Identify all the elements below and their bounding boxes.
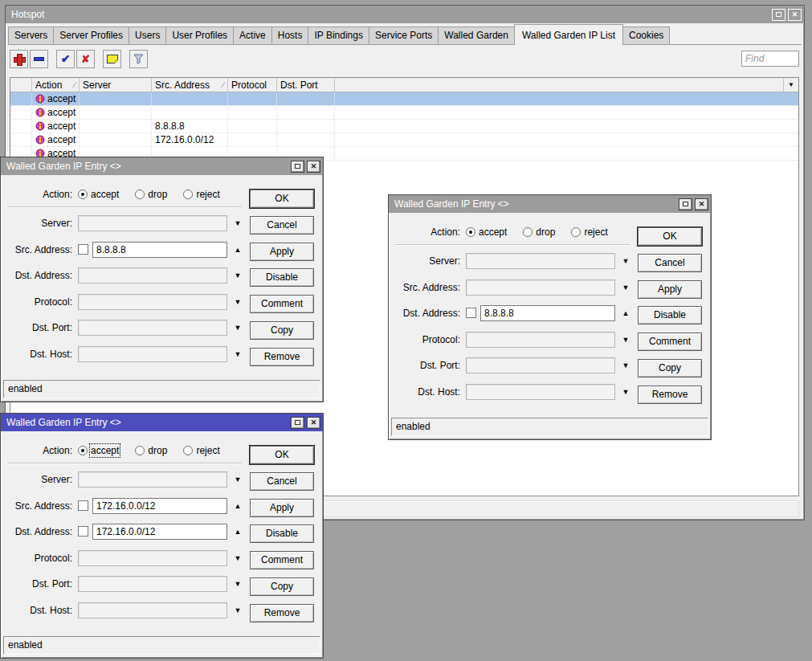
- ok-button[interactable]: OK: [250, 446, 314, 464]
- protocol-field[interactable]: [78, 294, 227, 310]
- tab-servers[interactable]: Servers: [8, 27, 54, 44]
- filter-button[interactable]: [129, 50, 148, 68]
- maximize-button[interactable]: [679, 198, 692, 210]
- server-dropdown-arrow-button[interactable]: ▼: [231, 471, 244, 488]
- dst-port-field[interactable]: [78, 576, 227, 592]
- protocol-field[interactable]: [466, 332, 615, 348]
- column-header-protocol[interactable]: Protocol: [228, 78, 277, 92]
- dialog-titlebar[interactable]: Walled Garden IP Entry <>✕: [1, 414, 323, 431]
- add-button[interactable]: [10, 50, 28, 68]
- dst-address-field[interactable]: [78, 267, 227, 284]
- dst-port-field[interactable]: [466, 357, 615, 373]
- protocol-dropdown-arrow-button[interactable]: ▼: [231, 294, 244, 310]
- column-header-action[interactable]: Action∕: [32, 78, 80, 92]
- close-button[interactable]: ✕: [788, 9, 802, 21]
- src-address-checkbox[interactable]: [78, 244, 88, 255]
- protocol-dropdown-arrow-button[interactable]: ▼: [619, 332, 632, 348]
- table-row[interactable]: accept: [10, 92, 798, 106]
- copy-button[interactable]: Copy: [250, 577, 314, 596]
- tab-ip-bindings[interactable]: IP Bindings: [308, 27, 369, 44]
- cancel-button[interactable]: Cancel: [250, 472, 314, 491]
- server-field[interactable]: [466, 253, 615, 269]
- dst-host-dropdown-arrow-button[interactable]: ▼: [231, 602, 244, 618]
- column-header-server[interactable]: Server: [80, 78, 152, 92]
- find-input[interactable]: [741, 51, 799, 67]
- protocol-field[interactable]: [78, 550, 227, 566]
- tab-service-ports[interactable]: Service Ports: [369, 27, 439, 44]
- table-row[interactable]: accept172.16.0.0/12: [10, 133, 798, 147]
- apply-button[interactable]: Apply: [638, 280, 702, 299]
- dst-address-collapse-arrow-button[interactable]: ▲: [231, 524, 244, 540]
- disable-button[interactable]: Disable: [638, 306, 702, 324]
- dst-host-field[interactable]: [78, 602, 227, 618]
- dst-host-dropdown-arrow-button[interactable]: ▼: [231, 346, 244, 362]
- cancel-button[interactable]: Cancel: [638, 254, 702, 272]
- server-field[interactable]: [78, 471, 227, 488]
- src-address-dropdown-arrow-button[interactable]: ▼: [619, 279, 632, 296]
- tab-walled-garden[interactable]: Walled Garden: [438, 27, 515, 44]
- radio-reject[interactable]: reject: [183, 445, 219, 456]
- server-dropdown-arrow-button[interactable]: ▼: [231, 215, 244, 231]
- tab-walled-garden-ip-list[interactable]: Walled Garden IP List: [514, 24, 623, 45]
- dst-host-field[interactable]: [466, 384, 615, 400]
- remove-button[interactable]: Remove: [250, 604, 314, 622]
- copy-button[interactable]: Copy: [638, 359, 702, 377]
- disable-button[interactable]: ✘: [76, 50, 95, 68]
- dst-port-dropdown-arrow-button[interactable]: ▼: [231, 576, 244, 592]
- tab-user-profiles[interactable]: User Profiles: [165, 27, 234, 44]
- radio-accept[interactable]: accept: [466, 226, 507, 238]
- dst-address-dropdown-arrow-button[interactable]: ▼: [231, 267, 244, 284]
- radio-accept[interactable]: accept: [78, 445, 119, 456]
- tab-server-profiles[interactable]: Server Profiles: [53, 27, 129, 44]
- enable-button[interactable]: ✔: [56, 50, 75, 68]
- dst-address-field[interactable]: 172.16.0.0/12: [92, 524, 227, 540]
- dst-address-checkbox[interactable]: [78, 526, 88, 537]
- tab-cookies[interactable]: Cookies: [622, 27, 670, 44]
- src-address-collapse-arrow-button[interactable]: ▲: [231, 498, 244, 514]
- radio-reject[interactable]: reject: [183, 189, 219, 200]
- src-address-field[interactable]: [466, 279, 615, 296]
- dst-address-field[interactable]: 8.8.8.8: [480, 305, 615, 321]
- maximize-button[interactable]: [772, 9, 785, 21]
- table-row[interactable]: accept: [10, 106, 798, 120]
- src-address-field[interactable]: 8.8.8.8: [92, 242, 227, 258]
- remove-button[interactable]: Remove: [638, 386, 702, 404]
- hotspot-titlebar[interactable]: Hotspot ✕: [6, 6, 804, 23]
- copy-button[interactable]: Copy: [250, 321, 314, 340]
- dst-address-checkbox[interactable]: [466, 308, 476, 318]
- close-button[interactable]: ✕: [307, 161, 320, 173]
- server-dropdown-arrow-button[interactable]: ▼: [619, 253, 632, 269]
- radio-drop[interactable]: drop: [135, 445, 167, 456]
- column-menu-button[interactable]: ▼: [783, 78, 798, 92]
- disable-button[interactable]: Disable: [250, 268, 314, 287]
- close-button[interactable]: ✕: [695, 198, 708, 210]
- dst-host-dropdown-arrow-button[interactable]: ▼: [619, 384, 632, 400]
- maximize-button[interactable]: [291, 161, 304, 173]
- comment-button[interactable]: [103, 50, 121, 68]
- column-header-dst-port[interactable]: Dst. Port: [277, 78, 335, 92]
- protocol-dropdown-arrow-button[interactable]: ▼: [231, 550, 244, 566]
- comment-button[interactable]: Comment: [638, 333, 702, 351]
- radio-accept[interactable]: accept: [78, 189, 119, 200]
- tab-users[interactable]: Users: [129, 27, 166, 44]
- column-header-src-address[interactable]: Src. Address∕: [152, 78, 228, 92]
- tab-hosts[interactable]: Hosts: [271, 27, 309, 44]
- remove-button[interactable]: [30, 50, 48, 68]
- cancel-button[interactable]: Cancel: [250, 216, 314, 235]
- src-address-checkbox[interactable]: [78, 500, 88, 511]
- dst-address-collapse-arrow-button[interactable]: ▲: [619, 305, 632, 321]
- ok-button[interactable]: OK: [250, 190, 314, 208]
- close-button[interactable]: ✕: [307, 417, 320, 429]
- src-address-collapse-arrow-button[interactable]: ▲: [231, 242, 244, 258]
- dst-port-dropdown-arrow-button[interactable]: ▼: [231, 320, 244, 336]
- table-row[interactable]: accept8.8.8.8: [10, 120, 798, 133]
- dialog-titlebar[interactable]: Walled Garden IP Entry <>✕: [1, 157, 323, 175]
- tab-active[interactable]: Active: [233, 27, 272, 44]
- comment-button[interactable]: Comment: [250, 295, 314, 313]
- ok-button[interactable]: OK: [638, 227, 702, 246]
- dst-port-dropdown-arrow-button[interactable]: ▼: [619, 357, 632, 373]
- radio-drop[interactable]: drop: [135, 189, 167, 200]
- radio-reject[interactable]: reject: [571, 226, 607, 238]
- maximize-button[interactable]: [291, 417, 304, 429]
- apply-button[interactable]: Apply: [250, 499, 314, 517]
